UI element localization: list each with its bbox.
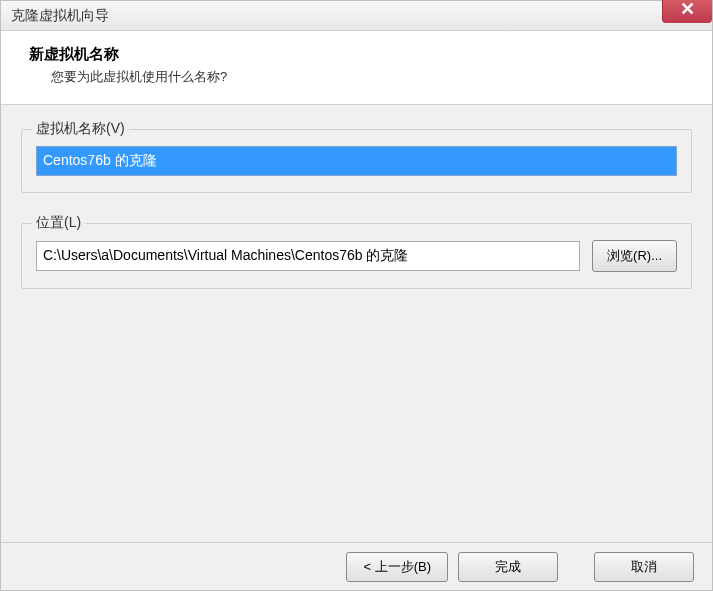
location-row: 浏览(R)... [36, 240, 677, 272]
header-section: 新虚拟机名称 您要为此虚拟机使用什么名称? [1, 31, 712, 105]
vm-name-input[interactable] [36, 146, 677, 176]
page-subtitle: 您要为此虚拟机使用什么名称? [51, 68, 692, 86]
vm-name-label: 虚拟机名称(V) [32, 120, 129, 138]
location-fieldset: 位置(L) 浏览(R)... [21, 223, 692, 289]
content-area: 虚拟机名称(V) 位置(L) 浏览(R)... [1, 105, 712, 542]
wizard-window: 克隆虚拟机向导 ✕ 新虚拟机名称 您要为此虚拟机使用什么名称? 虚拟机名称(V)… [0, 0, 713, 591]
vm-name-fieldset: 虚拟机名称(V) [21, 129, 692, 193]
cancel-button[interactable]: 取消 [594, 552, 694, 582]
close-icon: ✕ [680, 0, 695, 20]
finish-button[interactable]: 完成 [458, 552, 558, 582]
window-title: 克隆虚拟机向导 [11, 7, 109, 25]
browse-button[interactable]: 浏览(R)... [592, 240, 677, 272]
page-title: 新虚拟机名称 [29, 45, 692, 64]
back-button[interactable]: < 上一步(B) [346, 552, 448, 582]
close-button[interactable]: ✕ [662, 0, 712, 23]
titlebar: 克隆虚拟机向导 ✕ [1, 1, 712, 31]
footer: < 上一步(B) 完成 取消 [1, 542, 712, 590]
location-label: 位置(L) [32, 214, 85, 232]
location-input[interactable] [36, 241, 580, 271]
